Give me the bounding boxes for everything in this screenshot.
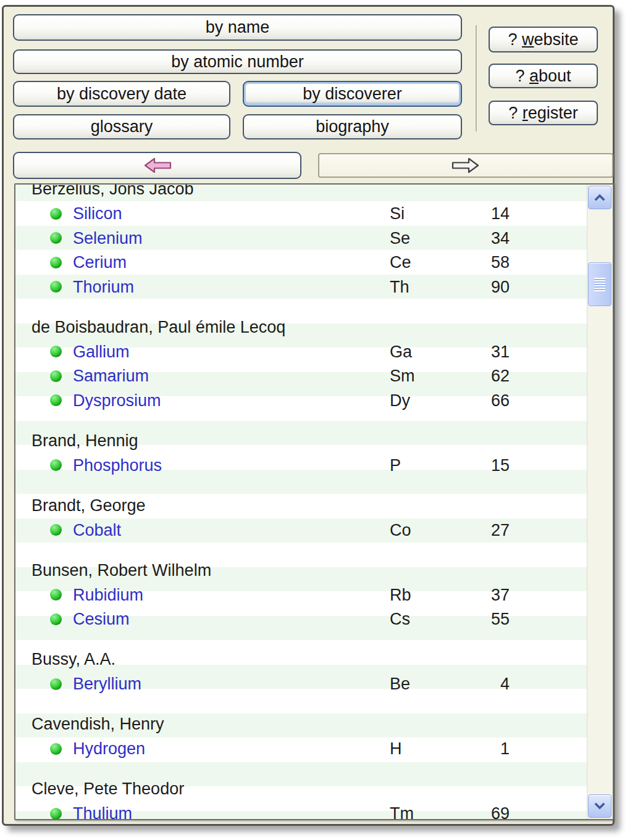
discoverer-list-content: Berzelius, Jons JacobSiliconSi14Selenium…	[15, 183, 587, 820]
element-bullet-icon	[50, 524, 62, 536]
element-bullet-icon	[50, 281, 62, 293]
element-atomic-number: 1	[448, 739, 510, 759]
element-bullet-icon	[50, 459, 62, 471]
glossary-label: glossary	[91, 117, 153, 136]
element-row[interactable]: CobaltCo27	[15, 518, 587, 543]
element-row[interactable]: DysprosiumDy66	[15, 388, 587, 413]
discoverer-header: Brandt, George	[15, 494, 587, 518]
element-atomic-number: 14	[448, 204, 510, 223]
section-spacer	[15, 761, 587, 777]
biography-button[interactable]: biography	[243, 114, 462, 139]
element-symbol: Tm	[390, 804, 414, 820]
discoverer-header: Bunsen, Robert Wilhelm	[15, 559, 587, 583]
element-name-link[interactable]: Cesium	[73, 610, 130, 629]
element-name-link[interactable]: Silicon	[73, 204, 122, 223]
element-row[interactable]: SeleniumSe34	[15, 226, 587, 251]
discoverer-list: Berzelius, Jons JacobSiliconSi14Selenium…	[14, 183, 614, 820]
element-bullet-icon	[50, 232, 62, 244]
left-arrow-icon	[143, 156, 172, 175]
element-name-link[interactable]: Beryllium	[73, 675, 141, 694]
element-row[interactable]: CeriumCe58	[15, 251, 587, 275]
element-name-link[interactable]: Thorium	[73, 277, 134, 296]
element-name-link[interactable]: Rubidium	[73, 585, 143, 604]
section-spacer	[15, 543, 587, 559]
by-name-label: by name	[206, 18, 270, 37]
by-discovery-date-button[interactable]: by discovery date	[13, 81, 230, 107]
right-arrow-icon	[452, 156, 480, 175]
element-bullet-icon	[50, 257, 62, 268]
section-spacer	[15, 696, 587, 712]
by-name-button[interactable]: by name	[13, 14, 462, 41]
element-symbol: Se	[390, 228, 410, 247]
element-row[interactable]: RubidiumRb37	[15, 583, 587, 607]
element-atomic-number: 27	[448, 520, 510, 539]
element-atomic-number: 31	[448, 342, 510, 361]
next-page-button[interactable]	[318, 153, 613, 178]
element-atomic-number: 66	[448, 391, 510, 410]
element-bullet-icon	[50, 743, 62, 755]
by-atomic-number-label: by atomic number	[171, 52, 304, 72]
website-button[interactable]: ? website	[489, 27, 598, 52]
element-symbol: Sm	[390, 367, 415, 386]
element-bullet-icon	[50, 678, 62, 690]
element-symbol: Rb	[390, 585, 411, 604]
element-row[interactable]: BerylliumBe4	[15, 672, 587, 697]
section-spacer	[15, 413, 587, 429]
scrollbar-grip-icon	[594, 278, 605, 291]
element-name-link[interactable]: Thulium	[73, 804, 132, 820]
toolbar-divider	[476, 25, 477, 131]
element-name-link[interactable]: Hydrogen	[73, 739, 145, 759]
element-bullet-icon	[50, 394, 62, 406]
element-bullet-icon	[50, 613, 62, 625]
element-atomic-number: 15	[448, 455, 510, 475]
element-atomic-number: 90	[448, 277, 510, 296]
element-symbol: Th	[390, 277, 410, 296]
previous-page-button[interactable]	[13, 152, 301, 179]
element-atomic-number: 55	[448, 610, 510, 629]
discoverer-header: Berzelius, Jons Jacob	[15, 183, 587, 202]
element-bullet-icon	[50, 208, 62, 220]
website-label: ? website	[508, 30, 578, 49]
element-atomic-number: 69	[448, 804, 510, 820]
element-row[interactable]: SiliconSi14	[15, 202, 587, 227]
scrollbar-down-button[interactable]	[588, 794, 611, 818]
element-row[interactable]: HydrogenH1	[15, 737, 587, 762]
element-row[interactable]: GalliumGa31	[15, 339, 587, 364]
about-button[interactable]: ? about	[489, 64, 598, 88]
element-name-link[interactable]: Phosphorus	[73, 455, 162, 475]
element-atomic-number: 37	[448, 585, 510, 604]
element-row[interactable]: ThuliumTm69	[15, 802, 587, 821]
section-spacer	[15, 631, 587, 647]
element-symbol: Ce	[390, 253, 411, 272]
by-atomic-number-button[interactable]: by atomic number	[13, 49, 462, 74]
element-name-link[interactable]: Samarium	[73, 367, 149, 386]
glossary-button[interactable]: glossary	[13, 114, 230, 139]
element-name-link[interactable]: Cobalt	[73, 520, 121, 539]
element-symbol: Co	[390, 520, 411, 539]
element-row[interactable]: SamariumSm62	[15, 364, 587, 389]
element-symbol: Ga	[390, 342, 412, 361]
element-bullet-icon	[50, 370, 62, 382]
element-row[interactable]: ThoriumTh90	[15, 275, 587, 299]
element-row[interactable]: PhosphorusP15	[15, 453, 587, 478]
element-atomic-number: 34	[448, 228, 510, 247]
by-discoverer-button[interactable]: by discoverer	[243, 81, 462, 107]
element-name-link[interactable]: Selenium	[73, 228, 143, 247]
app-window: by name by atomic number by discovery da…	[2, 5, 615, 826]
element-name-link[interactable]: Gallium	[73, 342, 130, 361]
by-discovery-date-label: by discovery date	[57, 85, 187, 104]
register-button[interactable]: ? register	[489, 101, 598, 125]
section-spacer	[15, 478, 587, 494]
discoverer-header: Bussy, A.A.	[15, 647, 587, 672]
element-symbol: Dy	[390, 391, 410, 410]
element-atomic-number: 4	[448, 675, 510, 694]
element-symbol: P	[390, 455, 401, 475]
element-bullet-icon	[50, 808, 62, 820]
scrollbar-up-button[interactable]	[588, 186, 611, 209]
element-row[interactable]: CesiumCs55	[15, 607, 587, 632]
element-name-link[interactable]: Dysprosium	[73, 391, 161, 410]
scrollbar[interactable]	[587, 185, 613, 819]
element-name-link[interactable]: Cerium	[73, 253, 127, 272]
scrollbar-thumb[interactable]	[588, 262, 611, 306]
element-bullet-icon	[50, 346, 62, 357]
